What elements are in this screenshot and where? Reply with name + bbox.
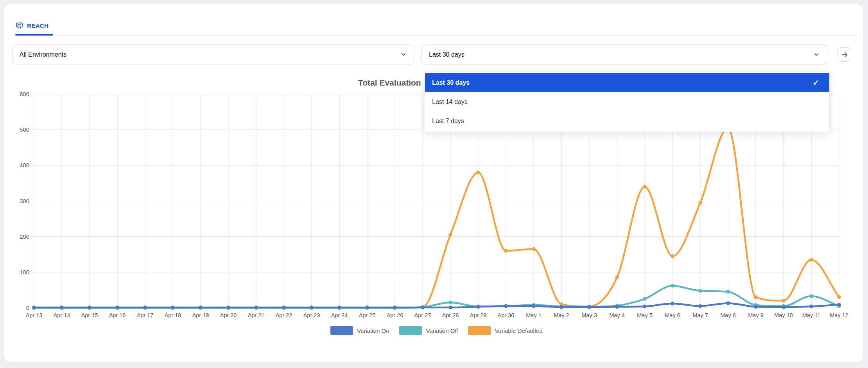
data-point-variable-defaulted [698, 201, 702, 205]
data-point-variable-defaulted [671, 254, 674, 258]
x-axis-label: Apr 29 [470, 312, 487, 318]
x-axis-label: Apr 30 [498, 312, 515, 318]
data-point-variable-defaulted [504, 249, 508, 253]
legend-swatch [468, 326, 491, 335]
x-axis-label: May 7 [692, 312, 708, 318]
data-point-variation-on [393, 305, 397, 309]
data-point-variation-on [199, 305, 203, 309]
x-axis-label: Apr 25 [359, 312, 376, 318]
arrow-right-icon [841, 51, 848, 59]
x-axis-label: Apr 22 [276, 312, 292, 318]
check-icon: ✓ [812, 79, 819, 87]
tab-reach-label: REACH [27, 22, 48, 29]
data-point-variation-on [587, 305, 591, 309]
data-point-variable-defaulted [837, 295, 841, 299]
x-axis-label: Apr 16 [109, 312, 126, 318]
data-point-variation-on [32, 305, 36, 309]
legend-label: Variation Off [426, 327, 458, 334]
tab-active-underline [15, 34, 53, 36]
data-point-variable-defaulted [643, 185, 647, 189]
data-point-variable-defaulted [754, 295, 758, 299]
tab-reach[interactable]: REACH [15, 21, 48, 30]
data-point-variation-on [226, 305, 230, 309]
data-point-variation-on [643, 305, 647, 309]
data-point-variation-on [282, 305, 286, 309]
x-axis-label: May 4 [609, 312, 625, 318]
data-point-variation-on [60, 305, 64, 309]
x-axis-label: Apr 24 [331, 312, 348, 318]
legend-item-variation-on[interactable]: Variation On [330, 326, 389, 335]
chart-title: Total Evaluation [358, 78, 421, 88]
data-point-variation-on [310, 305, 314, 309]
menu-option-last-14-days[interactable]: Last 14 days [425, 92, 829, 111]
x-axis-label: Apr 26 [387, 312, 404, 318]
x-axis-label: May 3 [581, 312, 597, 318]
dashboard-card: REACH All Environments Last 30 days Last… [4, 4, 863, 363]
data-point-variation-on [504, 304, 508, 308]
menu-option-label: Last 7 days [432, 118, 464, 125]
x-axis-label: Apr 21 [248, 312, 265, 318]
x-axis-label: Apr 28 [442, 312, 459, 318]
data-point-variation-on [143, 305, 147, 309]
legend-swatch [399, 326, 422, 335]
data-point-variation-on [754, 305, 758, 309]
y-axis-label: 0 [26, 304, 29, 311]
data-point-variation-on [782, 305, 786, 309]
x-axis-label: May 10 [774, 312, 793, 318]
data-point-variable-defaulted [448, 233, 452, 237]
data-point-variable-defaulted [476, 171, 480, 175]
date-range-select-value: Last 30 days [429, 51, 464, 58]
menu-option-last-7-days[interactable]: Last 7 days [425, 111, 829, 130]
data-point-variation-on [698, 304, 702, 308]
x-axis-label: Apr 17 [137, 312, 154, 318]
series-line-variable-defaulted [34, 128, 839, 308]
data-point-variation-on [837, 303, 841, 307]
chevron-down-icon [813, 51, 820, 58]
y-axis-label: 300 [20, 198, 29, 204]
chart-legend: Variation OnVariation OffVariable Defaul… [34, 326, 839, 335]
legend-item-variation-off[interactable]: Variation Off [399, 326, 458, 335]
x-axis-label: Apr 20 [220, 312, 237, 318]
data-point-variation-on [726, 301, 730, 305]
chevron-down-icon [400, 51, 407, 58]
data-point-variable-defaulted [532, 247, 536, 251]
environment-select-value: All Environments [20, 51, 66, 58]
y-axis-label: 500 [20, 126, 29, 133]
x-axis-label: May 5 [637, 312, 653, 318]
date-range-select[interactable]: Last 30 days [421, 45, 827, 64]
data-point-variation-on [421, 305, 425, 309]
data-point-variation-on [809, 305, 813, 309]
environment-select[interactable]: All Environments [12, 45, 414, 64]
data-point-variation-on [560, 305, 563, 309]
legend-item-variable-defaulted[interactable]: Variable Defaulted [468, 326, 542, 335]
data-point-variation-off [698, 289, 702, 293]
apply-filters-button[interactable] [838, 47, 851, 62]
x-axis-label: May 8 [720, 312, 736, 318]
data-point-variation-on [88, 305, 91, 309]
y-axis-label: 200 [20, 233, 29, 240]
x-axis-label: May 12 [830, 312, 848, 318]
legend-label: Variation On [357, 327, 389, 334]
data-point-variation-off [448, 301, 452, 305]
x-axis-label: May 9 [748, 312, 764, 318]
x-axis-label: Apr 13 [26, 312, 43, 318]
x-axis-label: Apr 15 [81, 312, 98, 318]
x-axis-label: May 1 [526, 312, 542, 318]
data-point-variation-on [254, 305, 258, 309]
tabs-divider [15, 35, 857, 36]
data-point-variation-on [615, 305, 619, 309]
data-point-variation-on [532, 304, 536, 308]
date-range-menu: Last 30 days✓Last 14 daysLast 7 days [425, 71, 830, 132]
x-axis-label: Apr 19 [192, 312, 209, 318]
x-axis-label: Apr 27 [414, 312, 431, 318]
menu-option-label: Last 14 days [432, 98, 468, 105]
data-point-variable-defaulted [782, 299, 786, 303]
data-point-variation-on [476, 305, 480, 309]
data-point-variation-off [671, 284, 674, 288]
data-point-variation-on [171, 305, 175, 309]
x-axis-label: May 11 [802, 312, 820, 318]
legend-swatch [330, 326, 353, 335]
menu-option-label: Last 30 days [432, 79, 470, 86]
menu-option-last-30-days[interactable]: Last 30 days✓ [425, 73, 829, 92]
data-point-variation-on [365, 305, 369, 309]
